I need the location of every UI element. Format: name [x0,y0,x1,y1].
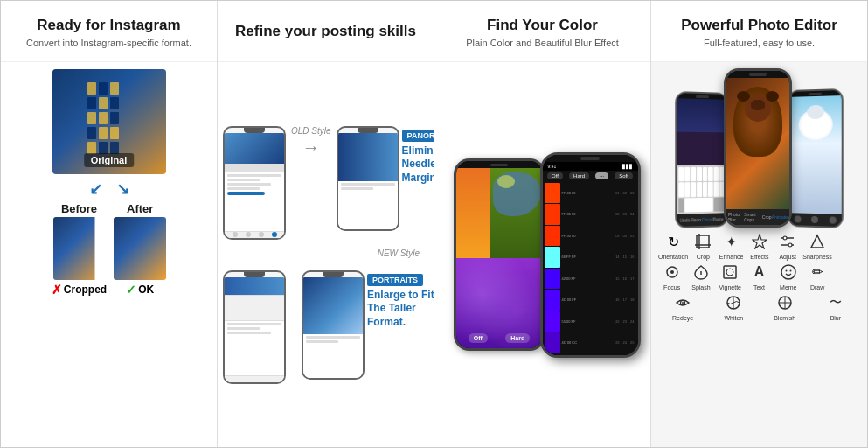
new-phone-panoramas [337,126,399,231]
instagram-panel: Ready for Instagram Convert into Instagr… [1,1,218,447]
tool-orientation[interactable]: ↻ Orientation [658,231,688,260]
tool-enhance[interactable]: ✦ Enhance [719,231,745,260]
ok-label: OK [138,284,154,296]
adjust-label: Adjust [779,254,795,260]
sharpness-label: Sharpness [802,254,831,260]
tool-whiten[interactable]: Whiten [709,292,758,321]
instagram-subtitle: Convert into Instagram-specific format. [26,38,191,48]
refine-panel: Refine your posting skills [218,1,434,447]
tool-adjust[interactable]: Adjust [774,231,801,260]
whiten-label: Whiten [724,315,743,321]
editor-header: Powerful Photo Editor Full-featured, eas… [651,1,867,62]
text-label: Text [753,284,765,290]
tool-vignette[interactable]: Vignette [717,262,744,290]
vignette-label: Vignette [719,284,741,290]
color-content: Off Hard 9:41 ▊▊▊ [434,62,650,447]
tool-sharpness[interactable]: Sharpness [802,231,831,260]
after-image [114,217,166,280]
draw-label: Draw [810,284,824,290]
portraits-text: Enlarge to Fit The Taller Format. [367,289,434,330]
tool-focus[interactable]: Focus [658,262,685,290]
svg-marker-8 [811,235,823,248]
right-editor-phone [788,88,844,228]
after-label: After [127,202,153,215]
splash-label: Splash [691,284,710,290]
screen-image2 [338,133,398,181]
svg-rect-0 [697,235,709,248]
arrow-before: ↙ [89,179,102,199]
arrows-row: ↙ ↘ [89,179,129,199]
old-style-label: OLD Style [291,126,331,136]
tool-effects[interactable]: Effects [746,231,773,260]
old-phone-screen [223,126,286,240]
ctrl-soft[interactable]: Soft [615,172,633,179]
right-phone: 9:41 ▊▊▊ Off Hard ··· Soft [540,152,641,358]
svg-point-7 [788,243,792,247]
blur-label: Blur [830,315,841,321]
cropped-label: Cropped [64,284,107,296]
crop-label: Crop [697,254,710,260]
original-building-image: Original [52,69,166,174]
tools-row-3: Redeye Whiten Blemish 〜 Blur [656,292,862,321]
old-phone-portraits [223,270,286,384]
before-label: Before [61,202,97,215]
tool-blur[interactable]: 〜 Blur [811,292,860,321]
before-item: Before ✗ Cropped [52,202,107,297]
blemish-label: Blemish [774,315,795,321]
ctrl-off2[interactable]: Off [547,172,563,179]
tool-splash[interactable]: Splash [687,262,714,290]
refine-title: Refine your posting skills [235,22,416,41]
tools-row-1: ↻ Orientation Crop ✦ Enhance [656,231,862,260]
tool-crop[interactable]: Crop [690,231,716,260]
editor-content: UndoRedoDonePaste [651,62,867,447]
left-phone: Off Hard [454,158,545,351]
svg-point-14 [789,270,791,272]
original-label: Original [84,153,135,167]
ok-status: ✓ OK [126,283,154,297]
ctrl-off[interactable]: Off [469,333,488,343]
instagram-header: Ready for Instagram Convert into Instagr… [1,1,217,62]
tool-redeye[interactable]: Redeye [658,292,707,321]
instagram-content: Original ↙ ↘ Before ✗ Cropped After [1,62,217,447]
new-style-label: NEW Style [378,248,420,258]
enhance-label: Enhance [719,254,744,260]
check-icon: ✓ [126,283,136,297]
editor-panel: Powerful Photo Editor Full-featured, eas… [651,1,867,447]
tool-draw[interactable]: ✏ Draw [803,262,830,290]
ctrl-normal[interactable]: ··· [595,172,608,179]
ctrl-hard[interactable]: Hard [505,333,530,343]
svg-point-5 [783,236,787,240]
panoramas-callout: PANORAMAS Eliminate The Needless Margin. [402,126,434,186]
old-phone-panoramas [223,126,286,240]
panoramas-tag: PANORAMAS [402,130,434,142]
phone-screen [225,133,284,238]
instagram-title: Ready for Instagram [37,16,180,35]
tool-text[interactable]: A Text [746,262,773,290]
before-image [53,217,106,280]
ctrl-hard2[interactable]: Hard [569,172,589,179]
left-editor-phone: UndoRedoDonePaste [675,91,728,228]
arrow-right-panoramas: → [302,137,320,158]
svg-point-12 [726,269,733,276]
phone-screen4 [303,277,363,378]
app-container: Ready for Instagram Convert into Instagr… [1,1,867,447]
svg-rect-11 [724,266,736,278]
focus-label: Focus [663,284,680,290]
editor-subtitle: Full-featured, easy to use. [704,38,815,48]
tool-meme[interactable]: Meme [774,262,802,290]
tools-row-2: Focus Splash Vignette A Text [656,262,862,290]
color-header: Find Your Color Plain Color and Beautifu… [434,1,650,62]
phone-screen2 [338,133,398,229]
before-after-row: Before ✗ Cropped After ✓ OK [52,202,166,297]
arrow-after: ↘ [116,179,129,199]
svg-point-16 [682,302,684,304]
phone-screen3 [225,277,284,382]
after-item: After ✓ OK [114,202,166,297]
new-phone-portraits [302,270,365,380]
svg-point-10 [670,270,674,274]
refine-header: Refine your posting skills [218,1,434,62]
building-windows [87,82,131,161]
tool-blemish[interactable]: Blemish [760,292,809,321]
color-subtitle: Plain Color and Beautiful Blur Effect [466,38,619,48]
cropped-status: ✗ Cropped [52,283,107,297]
